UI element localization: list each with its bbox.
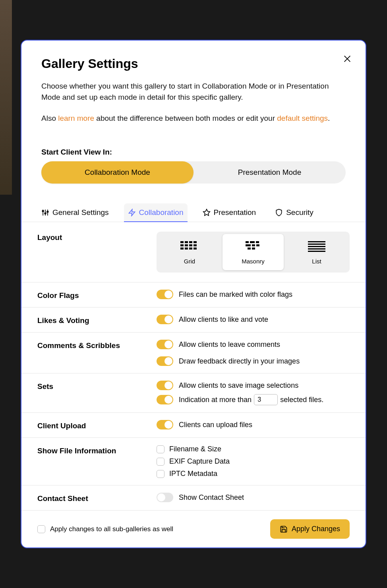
segment-collaboration-mode[interactable]: Collaboration Mode: [41, 161, 194, 184]
apply-all-label: Apply changes to all sub-galleries as we…: [50, 525, 173, 533]
svg-rect-6: [45, 213, 46, 214]
toggle-likes[interactable]: [157, 315, 173, 324]
toggle-sets[interactable]: [157, 381, 173, 390]
setting-label-file-info: Show File Information: [37, 445, 157, 455]
segment-presentation-mode[interactable]: Presentation Mode: [194, 161, 346, 184]
indication-number-input[interactable]: [254, 394, 278, 405]
apply-changes-button[interactable]: Apply Changes: [270, 519, 350, 539]
svg-rect-16: [189, 244, 192, 246]
svg-rect-20: [189, 248, 192, 250]
tab-label: Presentation: [214, 208, 256, 217]
apply-button-label: Apply Changes: [292, 525, 340, 533]
grid-icon: [180, 240, 199, 253]
svg-rect-15: [185, 244, 188, 246]
lightning-icon: [128, 209, 136, 217]
gallery-settings-modal: Gallery Settings Choose whether you want…: [21, 40, 366, 549]
save-icon: [280, 525, 288, 533]
svg-rect-12: [189, 241, 192, 243]
toggle-indication[interactable]: [157, 395, 173, 404]
start-view-segment-control: Collaboration Mode Presentation Mode: [41, 161, 346, 184]
default-settings-link[interactable]: default settings: [277, 114, 328, 122]
layout-option-label: List: [312, 258, 321, 265]
svg-rect-18: [180, 248, 184, 250]
setting-label-contact-sheet: Contact Sheet: [37, 493, 157, 503]
checkbox-label: Filename & Size: [169, 445, 221, 453]
toggle-comments[interactable]: [157, 340, 173, 349]
checkbox-label: EXIF Capture Data: [169, 457, 230, 466]
svg-rect-24: [256, 241, 259, 243]
indication-prefix: Indication at more than: [179, 396, 252, 404]
setting-label-client-upload: Client Upload: [37, 420, 157, 430]
masonry-icon: [243, 240, 263, 253]
checkbox-label: IPTC Metadata: [169, 470, 217, 478]
layout-option-label: Masonry: [242, 258, 265, 265]
tab-label: Security: [286, 208, 313, 217]
list-icon: [307, 240, 327, 253]
svg-rect-19: [185, 248, 188, 250]
toggle-label: Draw feedback directly in your images: [179, 357, 300, 366]
layout-option-grid[interactable]: Grid: [159, 234, 220, 270]
tab-label: General Settings: [52, 208, 109, 217]
toggle-label: Allow clients to like and vote: [179, 315, 268, 324]
toggle-label: Allow clients to leave comments: [179, 340, 280, 349]
svg-rect-27: [256, 244, 259, 246]
toggle-color-flags[interactable]: [157, 290, 173, 299]
toggle-scribbles[interactable]: [157, 356, 173, 366]
layout-option-masonry[interactable]: Masonry: [223, 234, 284, 270]
svg-marker-9: [203, 209, 210, 216]
learn-more-link[interactable]: learn more: [58, 114, 94, 122]
tab-general-settings[interactable]: General Settings: [37, 203, 113, 222]
modal-description-2: Also learn more about the difference bet…: [41, 113, 346, 124]
tab-security[interactable]: Security: [271, 203, 317, 222]
svg-rect-7: [47, 211, 48, 213]
svg-rect-23: [250, 241, 255, 243]
toggle-label: Allow clients to save image selections: [179, 381, 298, 390]
modal-description: Choose whether you want this gallery to …: [41, 81, 346, 103]
svg-rect-13: [194, 241, 197, 243]
layout-option-list[interactable]: List: [286, 234, 347, 270]
svg-rect-10: [180, 241, 184, 243]
close-button[interactable]: [342, 53, 353, 64]
svg-rect-14: [180, 244, 184, 246]
toggle-label: Show Contact Sheet: [179, 493, 244, 502]
settings-tabs: General Settings Collaboration Presentat…: [21, 203, 366, 222]
tab-label: Collaboration: [139, 208, 184, 217]
close-icon: [343, 54, 352, 63]
svg-rect-31: [308, 244, 325, 245]
setting-label-color-flags: Color Flags: [37, 290, 157, 300]
svg-rect-28: [248, 248, 251, 250]
svg-rect-30: [308, 241, 325, 242]
setting-label-layout: Layout: [37, 232, 157, 242]
svg-rect-29: [252, 248, 255, 250]
svg-rect-17: [194, 244, 197, 246]
setting-label-likes: Likes & Voting: [37, 315, 157, 325]
svg-rect-26: [252, 244, 255, 246]
setting-label-sets: Sets: [37, 381, 157, 391]
sliders-icon: [41, 209, 49, 217]
svg-rect-33: [308, 248, 325, 250]
tab-collaboration[interactable]: Collaboration: [124, 203, 188, 222]
modal-title: Gallery Settings: [41, 56, 346, 71]
layout-option-label: Grid: [184, 258, 195, 265]
setting-label-comments: Comments & Scribbles: [37, 340, 157, 350]
checkbox-exif[interactable]: [157, 458, 164, 466]
svg-rect-21: [194, 248, 197, 250]
layout-options: Grid Masonry List: [157, 232, 350, 273]
star-icon: [203, 209, 211, 217]
checkbox-iptc[interactable]: [157, 470, 164, 478]
svg-rect-32: [308, 246, 325, 247]
toggle-label: Clients can upload files: [179, 421, 252, 429]
start-view-label: Start Client View In:: [21, 128, 366, 161]
svg-rect-34: [308, 251, 325, 252]
indication-suffix: selected files.: [280, 396, 323, 404]
toggle-contact-sheet[interactable]: [157, 493, 173, 502]
checkbox-apply-all-subgalleries[interactable]: [37, 525, 45, 533]
tab-presentation[interactable]: Presentation: [199, 203, 260, 222]
svg-rect-5: [43, 211, 44, 212]
toggle-label: Files can be marked with color flags: [179, 290, 292, 299]
shield-icon: [275, 209, 283, 217]
svg-rect-25: [246, 244, 251, 246]
toggle-client-upload[interactable]: [157, 420, 173, 429]
svg-rect-22: [246, 241, 249, 243]
checkbox-filename-size[interactable]: [157, 445, 164, 453]
